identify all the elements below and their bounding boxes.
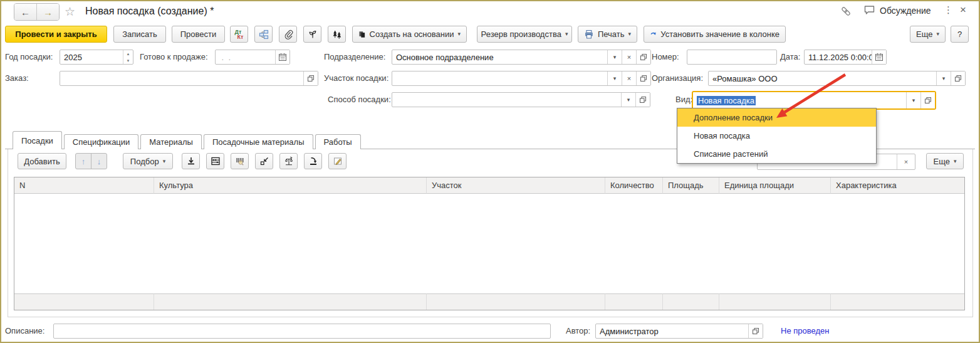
dtkt-entries-button[interactable]: ДтКт <box>230 26 248 43</box>
production-reserve-button[interactable]: Резерв производства ▾ <box>477 26 572 43</box>
tab-raboty[interactable]: Работы <box>315 134 361 149</box>
clear-search-icon[interactable]: × <box>897 154 915 169</box>
trees-icon <box>332 29 342 40</box>
favorite-star-icon[interactable]: ☆ <box>65 4 75 19</box>
dropdown-item-dopolnenie-posadki[interactable]: Дополнение посадки <box>677 108 876 127</box>
column-header-kolichestvo[interactable]: Количество <box>605 177 663 194</box>
footer-cell <box>663 293 719 310</box>
tabs-bar: Посадки Спецификации Материалы Посадочны… <box>13 131 363 149</box>
copy-link-icon[interactable] <box>841 6 851 16</box>
status-badge: Не проведен <box>781 326 829 335</box>
description-input[interactable] <box>54 324 550 338</box>
planting-method-input[interactable] <box>392 93 621 107</box>
open-icon[interactable] <box>920 92 935 108</box>
tab-posadochnye-materialy[interactable]: Посадочные материалы <box>204 134 313 149</box>
chevron-down-icon: ▾ <box>457 31 461 37</box>
more-button[interactable]: Еще ▾ <box>910 26 946 43</box>
column-header-harakteristika[interactable]: Характеристика <box>831 177 964 194</box>
clear-icon[interactable]: × <box>622 50 636 64</box>
table-header-row: N Культура Участок Количество Площадь Ед… <box>14 177 964 194</box>
write-button[interactable]: Записать <box>113 26 166 43</box>
clear-icon[interactable]: × <box>622 71 636 85</box>
calendar-icon[interactable] <box>872 50 886 64</box>
write-label: Записать <box>122 29 157 39</box>
discussion-button[interactable]: Обсуждение <box>863 5 931 16</box>
production-reserve-label: Резерв производства <box>481 29 561 39</box>
table-body-empty[interactable] <box>14 194 964 293</box>
tab-posadki[interactable]: Посадки <box>13 131 62 149</box>
column-header-ploschad[interactable]: Площадь <box>663 177 719 194</box>
footer-cell <box>154 293 427 310</box>
kind-field-group: Новая посадка ▾ <box>692 91 936 110</box>
print-button[interactable]: Печать ▾ <box>578 26 637 43</box>
author-input[interactable] <box>596 324 748 338</box>
planting-plot-input[interactable] <box>392 71 607 85</box>
trees-button[interactable] <box>328 26 346 43</box>
chevron-down-icon[interactable]: ▾ <box>607 71 622 85</box>
open-icon[interactable] <box>303 71 318 85</box>
create-based-on-label: Создать на основании <box>370 29 454 39</box>
tab-materialy[interactable]: Материалы <box>140 134 202 149</box>
paperclip-icon <box>283 29 293 40</box>
create-based-on-button[interactable]: Создать на основании ▾ <box>352 26 467 43</box>
ready-for-sale-label: Готово к продаже: <box>140 52 208 61</box>
year-input[interactable] <box>60 50 123 64</box>
number-input[interactable] <box>687 50 776 64</box>
forward-button[interactable]: → <box>36 4 59 20</box>
date-value[interactable]: 11.12.2025 0:00:00 <box>805 50 872 64</box>
set-column-value-label: Установить значение в колонке <box>660 29 779 39</box>
column-header-uchastok[interactable]: Участок <box>427 177 605 194</box>
spin-up-icon[interactable]: ▲ <box>123 50 133 57</box>
post-button[interactable]: Провести <box>172 26 225 43</box>
footer-cell <box>831 293 964 310</box>
dtkt-icon: ДтКт <box>235 29 244 40</box>
kind-value[interactable]: Новая посадка <box>693 92 906 108</box>
document-structure-button[interactable] <box>254 26 273 43</box>
column-header-kultura[interactable]: Культура <box>154 177 427 194</box>
plantings-table: N Культура Участок Количество Площадь Ед… <box>14 177 965 310</box>
dropdown-item-novaya-posadka[interactable]: Новая посадка <box>677 127 876 145</box>
column-header-n[interactable]: N <box>14 177 154 194</box>
help-button[interactable]: ? <box>951 26 969 43</box>
chevron-down-icon[interactable]: ▾ <box>906 92 920 108</box>
post-and-close-button[interactable]: Провести и закрыть <box>5 26 107 43</box>
dropdown-item-spisanie-rasteniy[interactable]: Списание растений <box>677 145 876 163</box>
spin-down-icon[interactable]: ▼ <box>123 57 133 64</box>
date-label: Дата: <box>780 52 800 61</box>
column-header-edinica-ploschadi[interactable]: Единица площади <box>719 177 831 194</box>
open-icon[interactable] <box>635 93 650 107</box>
chevron-down-icon: ▾ <box>628 31 631 37</box>
chevron-down-icon[interactable]: ▾ <box>607 50 622 64</box>
order-input[interactable] <box>60 71 303 85</box>
plant-button[interactable] <box>303 26 321 43</box>
planting-plot-field-group: ▾ × <box>392 71 651 86</box>
printer-icon <box>584 29 594 40</box>
discussion-label: Обсуждение <box>880 6 931 16</box>
footer-cell <box>427 293 605 310</box>
planting-plot-label: Участок посадки: <box>324 73 388 83</box>
year-spinner[interactable]: ▲ ▼ <box>123 50 133 64</box>
attachments-button[interactable] <box>279 26 297 43</box>
open-icon[interactable] <box>636 71 650 85</box>
footer-cell <box>14 293 154 310</box>
open-icon[interactable] <box>636 50 650 64</box>
division-value[interactable]: Основное подразделение <box>392 50 607 64</box>
open-icon[interactable] <box>748 324 763 338</box>
author-label: Автор: <box>566 326 590 335</box>
division-field-group: Основное подразделение ▾ × <box>392 50 651 65</box>
ready-for-sale-input[interactable] <box>216 50 275 64</box>
kind-label: Вид: <box>675 95 692 104</box>
open-icon[interactable] <box>951 71 965 85</box>
set-column-value-button[interactable]: Установить значение в колонке <box>644 26 786 43</box>
set-value-arrow-icon <box>650 29 657 40</box>
year-field-group: ▲ ▼ <box>60 50 133 65</box>
back-button[interactable]: ← <box>14 4 36 20</box>
calendar-icon[interactable] <box>275 50 289 64</box>
tab-specifikacii[interactable]: Спецификации <box>64 134 139 149</box>
plant-icon <box>308 29 318 40</box>
organization-value[interactable]: «Ромашка» ООО <box>709 71 936 85</box>
chevron-down-icon[interactable]: ▾ <box>936 71 951 85</box>
chevron-down-icon[interactable]: ▾ <box>621 93 635 107</box>
close-icon[interactable]: × <box>960 4 966 16</box>
kebab-menu-icon[interactable]: ⋮ <box>944 4 953 16</box>
